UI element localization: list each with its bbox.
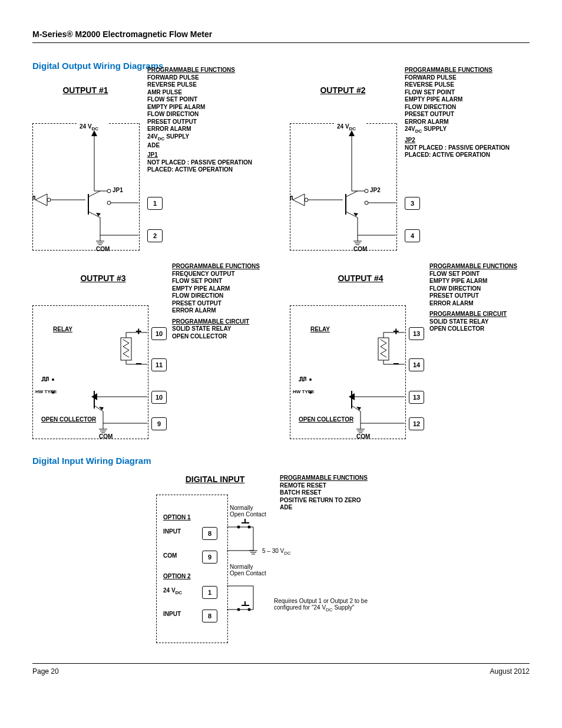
svg-line-11 — [88, 191, 100, 197]
svg-point-23 — [365, 201, 368, 205]
page-footer: Page 20 August 2012 — [32, 663, 530, 676]
doc-header-title: M-Series® M2000 Electromagnetic Flow Met… — [32, 29, 530, 39]
input-noc2: Normally Open Contact — [230, 564, 266, 577]
svg-marker-1 — [91, 130, 97, 136]
diagram-digital-input: DIGITAL INPUT OPTION 1 — [156, 475, 530, 651]
output2-title: OUTPUT #2 — [290, 85, 396, 95]
svg-point-48 — [52, 378, 54, 381]
input-functions: PROGRAMMABLE FUNCTIONS REMOTE RESET BATC… — [280, 475, 398, 512]
output3-relay: RELAY — [53, 326, 72, 332]
input-requires-note: Requires Output 1 or Output 2 to be conf… — [274, 598, 392, 612]
output3-title: OUTPUT #3 — [50, 274, 156, 283]
svg-point-22 — [365, 189, 368, 193]
svg-line-31 — [346, 191, 358, 197]
input-input1-label: INPUT — [163, 528, 181, 535]
svg-marker-7 — [35, 194, 47, 206]
output1-title: OUTPUT #1 — [32, 85, 138, 95]
input-input2-label: INPUT — [163, 611, 181, 617]
output3-term-b: 11 — [151, 358, 167, 371]
output1-term-1: 1 — [147, 197, 163, 210]
input-term-1: 1 — [202, 586, 217, 599]
svg-marker-21 — [349, 130, 355, 136]
svg-point-84 — [248, 526, 251, 529]
output4-title: OUTPUT #4 — [308, 274, 414, 283]
svg-marker-27 — [293, 194, 305, 206]
output1-com: COM — [96, 246, 110, 252]
svg-marker-75 — [356, 407, 361, 410]
input-com-label: COM — [163, 552, 177, 559]
svg-point-2 — [107, 189, 111, 193]
output3-term-d: 9 — [151, 417, 167, 430]
svg-text:+: + — [393, 325, 399, 337]
svg-point-28 — [305, 198, 308, 202]
output2-functions: PROGRAMMABLE FUNCTIONS FORWARD PULSE REV… — [405, 67, 528, 159]
output1-functions: PROGRAMMABLE FUNCTIONS FORWARD PULSE REV… — [147, 67, 271, 174]
output4-term-a: 13 — [409, 327, 424, 340]
svg-point-8 — [47, 198, 51, 202]
output3-term-c: 10 — [151, 391, 167, 404]
output3-hwtype: HW TYPE — [35, 389, 57, 394]
svg-marker-54 — [99, 407, 104, 410]
output1-jp-label: JP1 — [113, 187, 123, 193]
svg-point-94 — [248, 608, 251, 611]
svg-point-83 — [237, 526, 240, 529]
output3-functions: PROGRAMMABLE FUNCTIONS FREQUENCY OUTPUT … — [172, 263, 278, 340]
output3-term-a: 10 — [151, 327, 167, 340]
svg-text:−: − — [135, 358, 142, 370]
input-option2: OPTION 2 — [163, 573, 191, 579]
header-rule — [32, 42, 530, 43]
output4-term-c: 13 — [409, 391, 424, 404]
footer-page: Page 20 — [32, 667, 59, 676]
diagram-output-1: OUTPUT #1 24 VDC — [32, 80, 272, 253]
output2-term-4: 4 — [405, 229, 420, 242]
svg-point-69 — [309, 378, 312, 381]
input-noc1: Normally Open Contact — [230, 505, 266, 518]
output4-term-d: 12 — [409, 417, 424, 430]
input-term-9: 9 — [202, 551, 217, 564]
svg-text:−: − — [393, 358, 399, 370]
output1-term-2: 2 — [147, 229, 163, 242]
output2-term-3: 3 — [405, 197, 420, 210]
input-24v: 24 VDC — [163, 587, 182, 595]
input-voltage-range: 5 – 30 VDC — [262, 548, 291, 556]
output4-functions: PROGRAMMABLE FUNCTIONS FLOW SET POINT EM… — [429, 263, 535, 333]
input-title: DIGITAL INPUT — [168, 475, 262, 484]
svg-text:+: + — [135, 325, 142, 337]
diagram-output-2: OUTPUT #2 24 VDC — [290, 80, 530, 253]
output3-oc: OPEN COLLECTOR — [41, 416, 96, 423]
diagram-output-3: OUTPUT #3 + − — [32, 268, 272, 441]
input-term-8b: 8 — [202, 610, 217, 622]
svg-point-3 — [107, 201, 111, 205]
input-term-8a: 8 — [202, 527, 217, 540]
input-option1: OPTION 1 — [163, 514, 191, 521]
svg-point-93 — [237, 608, 240, 611]
section-digital-input-title: Digital Input Wiring Diagram — [32, 456, 530, 466]
output4-term-b: 14 — [409, 358, 424, 371]
footer-date: August 2012 — [490, 667, 530, 676]
diagram-output-4: OUTPUT #4 + − — [290, 268, 530, 441]
